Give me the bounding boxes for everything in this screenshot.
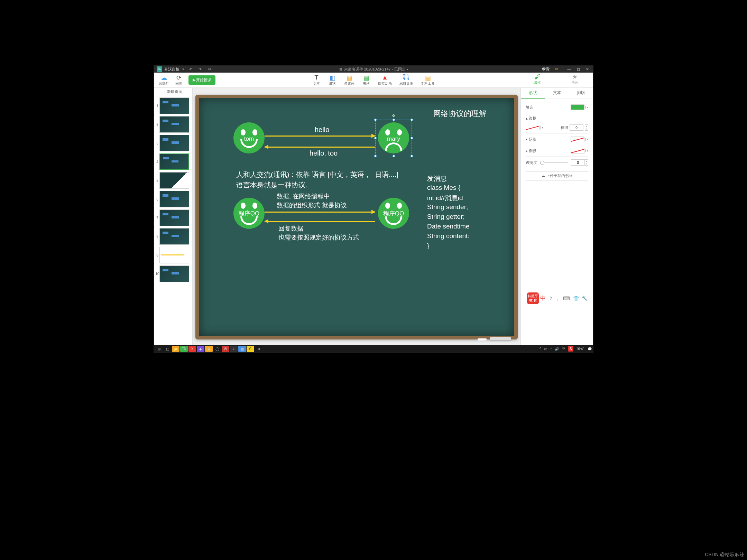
new-page-button[interactable]: + 新建页面 (154, 88, 192, 96)
slide-thumb-9[interactable] (159, 247, 189, 263)
tab-layout[interactable]: 排版 (569, 88, 593, 99)
border-swatch (526, 125, 540, 130)
shirt-icon[interactable]: 👕 (573, 296, 579, 301)
expand-icon[interactable]: ▸ 倒影 (526, 148, 536, 153)
sogou-icon[interactable]: S (568, 346, 573, 352)
resize-handle[interactable] (374, 155, 377, 157)
explorer-icon[interactable]: 📁 (172, 346, 179, 352)
battery-icon[interactable]: ▭ (544, 347, 547, 351)
resize-handle[interactable] (393, 155, 395, 157)
minimize-button[interactable]: — (566, 67, 572, 72)
share-icon[interactable]: �青 (542, 66, 550, 72)
property-tab-button[interactable]: 🖌属性 (520, 73, 555, 86)
shadow-picker[interactable]: ▾ (571, 137, 588, 142)
mail-icon[interactable]: ✉ (555, 67, 558, 72)
opacity-spinner[interactable]: ▴▾ (585, 159, 588, 166)
arrow-hello[interactable] (265, 136, 375, 137)
undo-icon[interactable]: ↶ (189, 67, 192, 72)
thickness-input[interactable] (570, 124, 583, 131)
slide-thumb-2[interactable] (159, 116, 189, 133)
chrome-icon[interactable]: ◯ (213, 346, 221, 352)
opacity-slider[interactable] (540, 162, 568, 163)
resize-handle[interactable] (411, 155, 413, 157)
slide-thumb-5[interactable] (159, 172, 189, 189)
app-icon-blue[interactable]: ▦ (238, 346, 246, 352)
opacity-input[interactable] (571, 159, 585, 166)
slide-thumb-8[interactable] (159, 228, 189, 245)
settings-icon[interactable]: ⚙ (255, 346, 262, 352)
ime-lang[interactable]: 中 (540, 295, 546, 302)
cloud-courseware-button[interactable]: ☁ 云课件 (156, 74, 172, 87)
face-qq1[interactable]: 程序QQ (233, 198, 265, 229)
resize-handle[interactable] (411, 137, 413, 139)
wrench-icon[interactable]: 🔧 (582, 296, 588, 301)
seewo-icon[interactable]: EN (180, 346, 188, 352)
thickness-spinner[interactable]: ▴▾ (585, 124, 588, 131)
shape-tool-button[interactable]: ◧形状 (325, 74, 339, 87)
rotate-handle[interactable] (393, 114, 395, 117)
volume-icon[interactable]: 🔊 (555, 347, 559, 351)
app-menu-dropdown[interactable]: ▾ (182, 67, 184, 72)
terminal-icon[interactable]: ▪ (230, 346, 238, 352)
label-reply2: 也需要按照规定好的协议方式 (278, 233, 359, 242)
task-view-icon[interactable]: ▢ (164, 346, 171, 352)
activity-tool-button[interactable]: ▲课堂活动 (375, 74, 395, 87)
cut-icon[interactable]: ✂ (208, 67, 211, 72)
app-icon-purple[interactable]: ◆ (197, 346, 204, 352)
ime-cn[interactable]: 中 (562, 346, 565, 351)
arrow-hello-too[interactable] (265, 147, 375, 148)
canvas-area[interactable]: 网络协议的理解 tom mary (193, 88, 520, 346)
table-tool-button[interactable]: ▦表格 (359, 74, 373, 87)
subject-tool-button[interactable]: ▤学科工具 (418, 74, 437, 87)
animation-tab-button[interactable]: ★动画 (557, 73, 592, 86)
wifi-icon[interactable]: ⌔ (550, 347, 552, 351)
clock[interactable]: 16:41 (576, 347, 585, 351)
slide-thumb-10[interactable] (159, 265, 189, 282)
tab-shape[interactable]: 形状 (521, 88, 545, 99)
windows-taskbar[interactable]: ⊞ ▢ 📁 EN X ◆ ◉ ◯ W ▪ ▦ C ⚙ ^ ▭ ⌔ 🔊 中 S 1… (154, 345, 593, 353)
moon-icon[interactable]: ☽ (548, 296, 552, 301)
mindmap-tool-button[interactable]: ⿻思维导图 (397, 74, 416, 87)
resize-handle[interactable] (374, 119, 377, 121)
face-qq2[interactable]: 程序QQ (378, 198, 409, 229)
face-tom[interactable]: tom (233, 122, 265, 153)
slide-thumb-7[interactable] (159, 209, 189, 226)
slide-thumb-6[interactable] (159, 191, 189, 207)
slide-thumbnails[interactable]: 1 2 3 4 5 6 7 8 9 10 (154, 96, 192, 346)
text-tool-button[interactable]: T文本 (310, 74, 323, 87)
start-button[interactable]: ⊞ (155, 346, 163, 352)
tab-text[interactable]: 文本 (545, 88, 569, 99)
media-tool-button[interactable]: ▦多媒体 (341, 74, 357, 87)
resize-handle[interactable] (411, 119, 413, 121)
expand-icon[interactable]: ▸ 阴影 (526, 137, 536, 142)
slide-thumb-3[interactable] (159, 135, 189, 151)
slide-thumb-1[interactable] (159, 97, 189, 114)
subject-icon: ▤ (425, 74, 431, 81)
app-icon-orange[interactable]: ◉ (205, 346, 213, 352)
keyboard-icon[interactable]: ⌨ (563, 296, 570, 301)
wps-icon[interactable]: W (222, 346, 229, 352)
action-center-icon[interactable]: 💬 (588, 347, 592, 351)
code-line4: String sender; (427, 203, 468, 211)
start-class-button[interactable]: ▶ 开始授课 (188, 75, 215, 85)
border-style-picker[interactable]: ▾ (526, 125, 543, 130)
reflection-picker[interactable]: ▾ (571, 148, 588, 153)
label-data2: 数据的组织形式 就是协议 (277, 201, 347, 209)
arrow-reply[interactable] (265, 221, 375, 222)
redo-icon[interactable]: ↷ (199, 67, 202, 72)
sync-button[interactable]: ⟳ 同步 (172, 74, 186, 87)
arrow-data[interactable] (265, 212, 375, 213)
maximize-button[interactable]: ◻ (575, 67, 581, 72)
comma-icon[interactable]: ， (555, 296, 560, 301)
tray-chevron-icon[interactable]: ^ (540, 347, 541, 351)
upload-shape-button[interactable]: ☁ 上传至我的形状 (526, 171, 588, 180)
close-button[interactable]: ✕ (584, 67, 590, 72)
slide-thumb-4[interactable] (159, 153, 189, 170)
app-icon-yellow[interactable]: C (247, 346, 254, 352)
resize-handle[interactable] (393, 119, 395, 121)
expand-icon[interactable]: ▴ 边框 (526, 116, 536, 121)
chalkboard[interactable]: 网络协议的理解 tom mary (199, 98, 514, 336)
fill-color-picker[interactable]: ▾ (571, 104, 588, 110)
app-icon-red[interactable]: X (188, 346, 196, 352)
selection-box[interactable] (375, 120, 412, 156)
